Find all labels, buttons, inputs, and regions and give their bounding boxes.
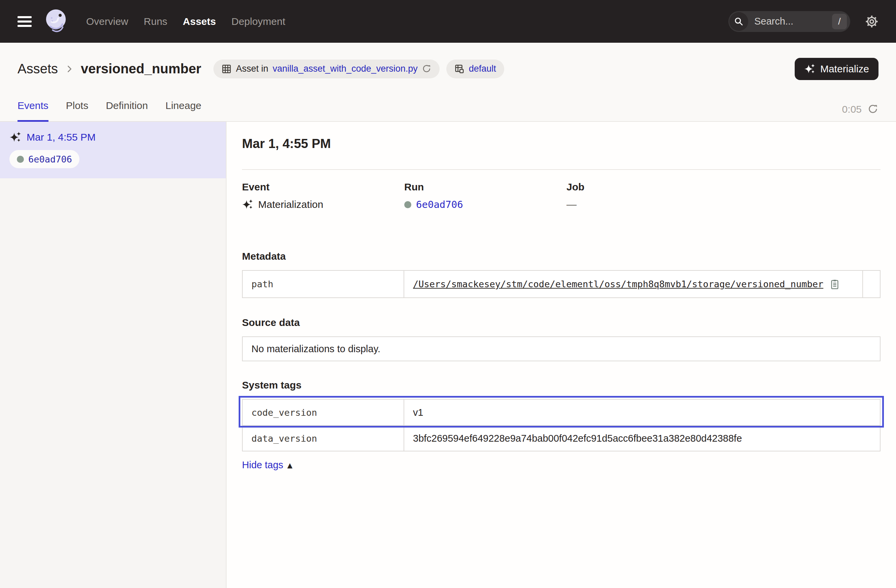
materialize-button[interactable]: Materialize: [795, 58, 879, 80]
event-detail-title: Mar 1, 4:55 PM: [242, 137, 881, 151]
caret-up-icon: ▲: [288, 461, 293, 469]
materialization-sparkle-icon: [9, 131, 21, 143]
job-empty-value: —: [567, 199, 577, 210]
divider: [242, 169, 881, 170]
reload-definition-button[interactable]: [422, 64, 431, 74]
refresh-icon: [868, 104, 879, 115]
tag-value: v1: [404, 400, 880, 425]
table-row: data_version 3bfc269594ef649228e9a74bab0…: [243, 425, 880, 451]
tag-key: data_version: [243, 426, 404, 451]
tab-lineage[interactable]: Lineage: [166, 100, 202, 122]
chevron-right-icon: [65, 64, 74, 74]
nav-deployment[interactable]: Deployment: [231, 16, 285, 27]
run-status-dot: [404, 201, 411, 208]
system-tags-section: System tags code_version v1 data_version…: [242, 380, 881, 471]
breadcrumb-header: Assets versioned_number Asset in vanilla…: [0, 43, 896, 84]
search-shortcut-key: /: [832, 14, 847, 29]
table-grid-icon: [221, 64, 232, 74]
materialization-sparkle-icon: [242, 199, 253, 210]
run-id-chip[interactable]: 6e0ad706: [9, 150, 79, 168]
run-id-link[interactable]: 6e0ad706: [416, 199, 463, 210]
metadata-heading: Metadata: [242, 251, 881, 262]
table-spacer-cell: [862, 271, 880, 297]
hide-tags-label: Hide tags: [242, 459, 283, 471]
event-list-sidebar: Mar 1, 4:55 PM 6e0ad706: [0, 122, 227, 588]
hamburger-icon: [17, 16, 32, 18]
asset-chip-prefix: Asset in: [236, 64, 268, 74]
tab-events[interactable]: Events: [17, 100, 49, 122]
source-data-empty-box: No materializations to display.: [242, 336, 881, 361]
breadcrumb-assets-link[interactable]: Assets: [17, 61, 58, 76]
table-row: path /Users/smackesey/stm/code/elementl/…: [243, 271, 880, 297]
tag-value: 3bfc269594ef649228e9a74bab00f042efc91d5a…: [404, 426, 880, 451]
asset-group-icon: [454, 64, 465, 74]
run-column-label: Run: [404, 181, 567, 193]
dagster-octopus-icon: [43, 8, 70, 35]
nav-assets[interactable]: Assets: [183, 16, 216, 27]
global-search[interactable]: /: [728, 11, 850, 32]
nav-overview[interactable]: Overview: [86, 16, 128, 27]
asset-tabs-bar: Events Plots Definition Lineage 0:05: [0, 84, 896, 122]
tab-plots[interactable]: Plots: [66, 100, 88, 122]
asset-group-chip[interactable]: default: [446, 59, 504, 78]
tag-key: code_version: [243, 400, 404, 425]
system-tags-table: code_version v1 data_version 3bfc269594e…: [242, 399, 881, 451]
refresh-button[interactable]: [868, 104, 879, 115]
event-timestamp: Mar 1, 4:55 PM: [27, 132, 96, 143]
hide-tags-link[interactable]: Hide tags ▲: [242, 459, 293, 471]
source-data-section: Source data No materializations to displ…: [242, 317, 881, 361]
event-list-item-selected[interactable]: Mar 1, 4:55 PM 6e0ad706: [0, 122, 226, 178]
refresh-countdown: 0:05: [842, 103, 862, 115]
asset-file-link[interactable]: vanilla_asset_with_code_version.py: [273, 64, 418, 74]
page-title: versioned_number: [81, 61, 201, 76]
tab-definition[interactable]: Definition: [106, 100, 148, 122]
metadata-table: path /Users/smackesey/stm/code/elementl/…: [242, 270, 881, 298]
group-default-link[interactable]: default: [469, 64, 496, 74]
sparkle-icon: [804, 63, 815, 75]
metadata-key: path: [243, 271, 404, 297]
gear-icon: [865, 15, 879, 28]
job-column-label: Job: [567, 181, 584, 193]
copy-path-button[interactable]: [829, 279, 840, 290]
asset-definition-chip[interactable]: Asset in vanilla_asset_with_code_version…: [213, 59, 440, 78]
materialize-label: Materialize: [820, 63, 869, 75]
source-data-heading: Source data: [242, 317, 881, 328]
settings-button[interactable]: [865, 15, 879, 28]
clipboard-icon: [829, 279, 840, 290]
hamburger-icon: [17, 21, 32, 23]
primary-nav: Overview Runs Assets Deployment: [86, 16, 285, 27]
reload-icon: [422, 64, 431, 74]
search-icon: [733, 16, 744, 27]
nav-runs[interactable]: Runs: [144, 16, 167, 27]
hamburger-menu-button[interactable]: [17, 16, 32, 27]
top-navigation-bar: Overview Runs Assets Deployment /: [0, 0, 896, 43]
search-icon-wrap: [729, 12, 748, 31]
run-id-label: 6e0ad706: [28, 154, 72, 164]
event-detail-panel: Mar 1, 4:55 PM Event Materialization Run: [227, 122, 896, 588]
run-status-dot: [17, 156, 24, 163]
dagster-logo[interactable]: [43, 8, 70, 35]
hamburger-icon: [17, 25, 32, 27]
system-tags-heading: System tags: [242, 380, 881, 391]
metadata-section: Metadata path /Users/smackesey/stm/code/…: [242, 251, 881, 298]
table-row: code_version v1: [243, 400, 880, 425]
search-input[interactable]: [754, 16, 815, 27]
event-column-label: Event: [242, 181, 404, 193]
source-data-empty-message: No materializations to display.: [251, 343, 380, 354]
event-type-value: Materialization: [258, 199, 323, 210]
metadata-path-link[interactable]: /Users/smackesey/stm/code/elementl/oss/t…: [413, 279, 823, 289]
